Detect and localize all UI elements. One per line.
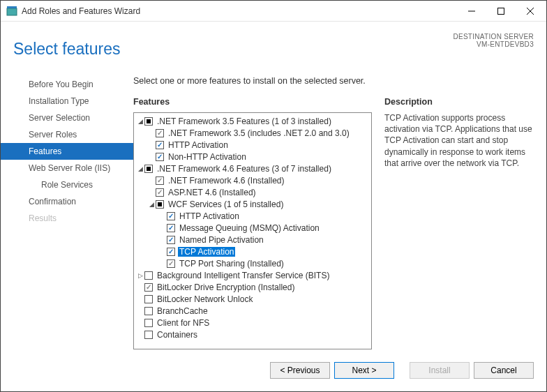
- tree-item-label[interactable]: Named Pipe Activation: [178, 235, 265, 245]
- svg-rect-0: [7, 8, 17, 15]
- checkbox[interactable]: [156, 188, 164, 197]
- titlebar: Add Roles and Features Wizard: [1, 1, 546, 22]
- sidebar-item[interactable]: Server Roles: [1, 126, 133, 143]
- panels: Features ◢.NET Framework 3.5 Features (1…: [133, 97, 534, 349]
- tree-row[interactable]: TCP Port Sharing (Installed): [136, 257, 371, 269]
- tree-row[interactable]: TCP Activation: [136, 246, 371, 257]
- tree-row[interactable]: Containers: [136, 329, 371, 340]
- tree-item-label[interactable]: .NET Framework 3.5 Features (1 of 3 inst…: [156, 116, 333, 126]
- tree-item-label[interactable]: BranchCache: [156, 306, 209, 316]
- tree-row[interactable]: ▷Background Intelligent Transfer Service…: [136, 269, 371, 281]
- destination-server: VM-ENTDEVBD3: [453, 40, 534, 48]
- tree-item-label[interactable]: BitLocker Network Unlock: [156, 294, 254, 304]
- checkbox[interactable]: [167, 259, 175, 268]
- checkbox[interactable]: [156, 200, 164, 209]
- tree-item-label[interactable]: Client for NFS: [156, 318, 211, 328]
- chevron-down-icon[interactable]: ◢: [147, 200, 156, 209]
- chevron-down-icon[interactable]: ◢: [136, 117, 144, 126]
- tree-row[interactable]: Message Queuing (MSMQ) Activation: [136, 222, 371, 234]
- next-button[interactable]: Next >: [334, 362, 394, 379]
- checkbox[interactable]: [144, 307, 153, 315]
- checkbox[interactable]: [167, 212, 175, 220]
- checkbox[interactable]: [144, 117, 153, 126]
- scroll-left-icon[interactable]: ◀: [134, 349, 146, 350]
- tree-item-label[interactable]: ASP.NET 4.6 (Installed): [167, 188, 257, 197]
- tree-row[interactable]: ASP.NET 4.6 (Installed): [136, 186, 371, 198]
- tree-item-label[interactable]: .NET Framework 3.5 (includes .NET 2.0 an…: [167, 128, 351, 138]
- tree-row[interactable]: BranchCache: [136, 305, 371, 317]
- tree-row[interactable]: .NET Framework 3.5 (includes .NET 2.0 an…: [136, 127, 371, 139]
- destination-info: DESTINATION SERVER VM-ENTDEVBD3: [453, 30, 534, 48]
- tree-row[interactable]: Client for NFS: [136, 317, 371, 329]
- checkbox[interactable]: [144, 319, 153, 327]
- tree-item-label[interactable]: .NET Framework 4.6 Features (3 of 7 inst…: [156, 164, 333, 174]
- svg-rect-3: [498, 8, 504, 14]
- tree-item-label[interactable]: Background Intelligent Transfer Service …: [156, 271, 331, 280]
- sidebar-item: Results: [1, 210, 133, 227]
- maximize-button[interactable]: [486, 1, 516, 21]
- checkbox[interactable]: [167, 236, 175, 244]
- description-panel: Description TCP Activation supports proc…: [384, 97, 534, 349]
- checkbox[interactable]: [144, 295, 153, 303]
- sidebar-item[interactable]: Confirmation: [1, 193, 133, 210]
- horizontal-scrollbar[interactable]: ◀ ▶: [134, 349, 371, 349]
- sidebar-item[interactable]: Before You Begin: [1, 76, 133, 93]
- checkbox[interactable]: [144, 271, 153, 280]
- checkbox[interactable]: [167, 224, 175, 232]
- checkbox[interactable]: [144, 165, 153, 173]
- features-panel: Features ◢.NET Framework 3.5 Features (1…: [133, 97, 372, 349]
- tree-item-label[interactable]: HTTP Activation: [178, 211, 241, 221]
- cancel-button[interactable]: Cancel: [474, 362, 534, 379]
- scroll-right-icon[interactable]: ▶: [359, 349, 371, 350]
- main-panel: Select one or more features to install o…: [133, 72, 534, 349]
- tree-row[interactable]: BitLocker Drive Encryption (Installed): [136, 281, 371, 293]
- expander-spacer: [136, 295, 144, 303]
- tree-row[interactable]: Non-HTTP Activation: [136, 151, 371, 163]
- expander-spacer: [136, 307, 144, 315]
- chevron-down-icon[interactable]: ◢: [136, 165, 144, 173]
- tree-row[interactable]: ◢.NET Framework 4.6 Features (3 of 7 ins…: [136, 163, 371, 174]
- checkbox[interactable]: [144, 283, 153, 292]
- tree-row[interactable]: HTTP Activation: [136, 210, 371, 222]
- checkbox[interactable]: [144, 331, 153, 339]
- features-tree-scroll[interactable]: ◢.NET Framework 3.5 Features (1 of 3 ins…: [134, 113, 371, 349]
- chevron-right-icon[interactable]: ▷: [136, 271, 144, 280]
- tree-item-label[interactable]: BitLocker Drive Encryption (Installed): [156, 282, 296, 292]
- checkbox[interactable]: [156, 129, 164, 137]
- tree-row[interactable]: .NET Framework 4.6 (Installed): [136, 174, 371, 186]
- tree-item-label[interactable]: Non-HTTP Activation: [167, 152, 248, 162]
- previous-button[interactable]: < Previous: [270, 362, 330, 379]
- expander-spacer: [147, 129, 156, 137]
- expander-spacer: [158, 212, 167, 220]
- close-button[interactable]: [516, 1, 545, 21]
- sidebar-item-label: Web Server Role (IIS): [29, 163, 110, 173]
- tree-row[interactable]: ◢.NET Framework 3.5 Features (1 of 3 ins…: [136, 115, 371, 127]
- tree-row[interactable]: BitLocker Network Unlock: [136, 293, 371, 305]
- minimize-button[interactable]: [457, 1, 486, 21]
- wizard-window: Add Roles and Features Wizard Select fea…: [0, 0, 547, 392]
- tree-item-label[interactable]: Message Queuing (MSMQ) Activation: [178, 223, 321, 233]
- tree-item-label[interactable]: WCF Services (1 of 5 installed): [167, 199, 285, 209]
- sidebar-item[interactable]: Features: [1, 143, 133, 160]
- checkbox[interactable]: [156, 153, 164, 161]
- sidebar-item[interactable]: Installation Type: [1, 93, 133, 110]
- tree-item-label[interactable]: HTTP Activation: [167, 140, 230, 150]
- tree-item-label[interactable]: TCP Activation: [178, 247, 235, 257]
- sidebar-item-label: Server Roles: [29, 130, 77, 140]
- tree-row[interactable]: HTTP Activation: [136, 139, 371, 151]
- tree-item-label[interactable]: TCP Port Sharing (Installed): [178, 259, 285, 269]
- tree-row[interactable]: Named Pipe Activation: [136, 234, 371, 246]
- window-title: Add Roles and Features Wizard: [22, 6, 457, 16]
- checkbox[interactable]: [156, 176, 164, 185]
- sidebar-item[interactable]: Web Server Role (IIS): [1, 160, 133, 176]
- sidebar-item[interactable]: Server Selection: [1, 110, 133, 126]
- sidebar-item-label: Installation Type: [29, 96, 89, 106]
- tree-row[interactable]: ◢WCF Services (1 of 5 installed): [136, 198, 371, 210]
- checkbox[interactable]: [167, 248, 175, 256]
- install-button[interactable]: Install: [410, 362, 470, 379]
- tree-item-label[interactable]: .NET Framework 4.6 (Installed): [167, 176, 286, 186]
- checkbox[interactable]: [156, 141, 164, 149]
- sidebar-item[interactable]: Role Services: [1, 176, 133, 193]
- features-tree[interactable]: ◢.NET Framework 3.5 Features (1 of 3 ins…: [133, 112, 372, 349]
- tree-item-label[interactable]: Containers: [156, 330, 199, 340]
